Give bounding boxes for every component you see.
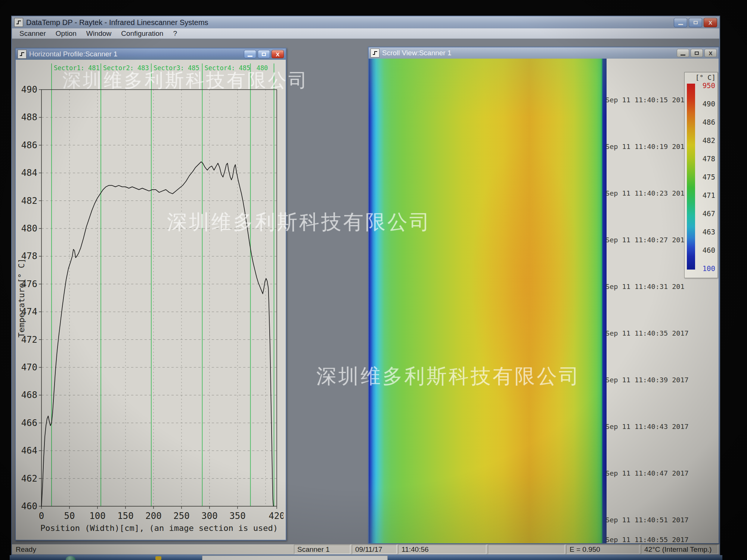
svg-text:482: 482 bbox=[21, 196, 37, 206]
svg-text:466: 466 bbox=[21, 418, 37, 428]
restore-button[interactable] bbox=[689, 18, 702, 27]
menu-item-configuration[interactable]: Configuration bbox=[117, 28, 168, 39]
svg-text:200: 200 bbox=[145, 511, 161, 521]
menu-item-help[interactable]: ? bbox=[168, 28, 182, 39]
status-scanner: Scanner 1 bbox=[294, 545, 350, 554]
svg-text:462: 462 bbox=[21, 473, 37, 484]
scrollview-content: Sep 11 11:40:15 201Sep 11 11:40:19 201Se… bbox=[369, 59, 719, 543]
timestamp-item: Sep 11 11:40:31 201 bbox=[605, 283, 685, 290]
main-window-title: DataTemp DP - Raytek - Infrared Linescan… bbox=[26, 18, 674, 27]
windows-taskbar[interactable] bbox=[10, 555, 722, 560]
timestamp-item: Sep 11 11:40:51 2017 bbox=[605, 516, 689, 524]
scrollview-window-icon bbox=[371, 49, 379, 57]
temperature-scale-panel: [° C] 950490486482478475471467463460100 bbox=[684, 72, 718, 278]
restore-icon bbox=[695, 52, 699, 55]
restore-icon bbox=[694, 21, 698, 24]
scale-tick-label: 486 bbox=[703, 118, 715, 126]
svg-text:50: 50 bbox=[64, 511, 75, 521]
svg-text:486: 486 bbox=[21, 140, 37, 150]
scrollview-minimize-button[interactable] bbox=[677, 49, 689, 57]
scrollview-close-button[interactable]: X bbox=[704, 49, 717, 57]
timestamp-item: Sep 11 11:40:15 201 bbox=[605, 96, 685, 104]
status-bar: Ready Scanner 1 09/11/17 11:40:56 E = 0.… bbox=[12, 544, 719, 554]
app-icon bbox=[14, 18, 23, 27]
scale-tick-label: 490 bbox=[703, 100, 715, 108]
thermal-linescan-image bbox=[369, 59, 607, 543]
svg-text:300: 300 bbox=[201, 511, 217, 521]
status-date: 09/11/17 bbox=[352, 545, 397, 554]
scale-labels: 950490486482478475471467463460100 bbox=[697, 81, 715, 273]
watermark-text: 深圳维多利斯科技有限公司 bbox=[316, 363, 581, 390]
scale-tick-label: 460 bbox=[703, 246, 715, 254]
minimize-icon bbox=[248, 56, 252, 57]
profile-minimize-button[interactable] bbox=[244, 50, 256, 58]
close-button[interactable]: X bbox=[704, 18, 717, 27]
scale-tick-label: 463 bbox=[703, 228, 715, 236]
start-button-icon[interactable] bbox=[66, 556, 75, 560]
minimize-icon bbox=[681, 55, 685, 56]
scale-tick-label: 471 bbox=[703, 191, 715, 199]
status-ready: Ready bbox=[13, 545, 292, 554]
minimize-button[interactable] bbox=[674, 18, 687, 27]
timestamp-item: Sep 11 11:40:19 201 bbox=[605, 143, 685, 150]
close-icon: X bbox=[709, 50, 712, 56]
scale-tick-label: 478 bbox=[703, 155, 715, 163]
profile-titlebar: Horizontal Profile:Scanner 1 X bbox=[16, 49, 286, 60]
menu-item-window[interactable]: Window bbox=[82, 28, 116, 39]
horizontal-profile-window: Horizontal Profile:Scanner 1 X Sector1: … bbox=[15, 48, 286, 541]
datatemp-main-window: DataTemp DP - Raytek - Infrared Linescan… bbox=[11, 16, 720, 555]
scale-unit-label: [° C] bbox=[695, 74, 716, 81]
scroll-view-window: Scroll View:Scanner 1 X Sep 11 11:40:15 … bbox=[368, 47, 719, 544]
status-time: 11:40:56 bbox=[398, 545, 486, 554]
status-empty-cell bbox=[488, 545, 565, 554]
profile-window-title: Horizontal Profile:Scanner 1 bbox=[29, 50, 244, 58]
svg-text:350: 350 bbox=[229, 511, 245, 521]
close-icon: X bbox=[709, 20, 712, 25]
svg-text:488: 488 bbox=[21, 112, 37, 122]
menu-bar: ScannerOptionWindowConfiguration? bbox=[12, 28, 719, 39]
svg-text:468: 468 bbox=[21, 390, 37, 400]
menu-item-option[interactable]: Option bbox=[51, 28, 81, 39]
mdi-client-area: Horizontal Profile:Scanner 1 X Sector1: … bbox=[12, 39, 719, 544]
watermark-text: 深圳维多利斯科技有限公司 bbox=[62, 68, 309, 93]
svg-text:150: 150 bbox=[117, 511, 133, 521]
timestamp-item: Sep 11 11:40:55 2017 bbox=[605, 536, 689, 543]
profile-chart-area: Sector1: 481Sector2: 483Sector3: 485Sect… bbox=[16, 60, 286, 540]
temperature-profile-chart: Sector1: 481Sector2: 483Sector3: 485Sect… bbox=[18, 60, 283, 539]
menu-item-scanner[interactable]: Scanner bbox=[15, 28, 50, 39]
svg-text:420: 420 bbox=[269, 511, 283, 521]
taskbar-window-button[interactable] bbox=[202, 556, 388, 560]
svg-text:Temperature[° C]: Temperature[° C] bbox=[18, 258, 26, 337]
timestamp-item: Sep 11 11:40:23 201 bbox=[605, 189, 685, 197]
timestamp-item: Sep 11 11:40:27 201 bbox=[605, 236, 685, 244]
scrollview-titlebar: Scroll View:Scanner 1 X bbox=[369, 47, 719, 59]
minimize-icon bbox=[678, 24, 683, 25]
close-icon: X bbox=[276, 52, 279, 57]
color-scale-bar bbox=[687, 84, 695, 270]
timestamp-item: Sep 11 11:40:39 2017 bbox=[605, 376, 689, 384]
svg-text:460: 460 bbox=[21, 501, 37, 511]
status-emissivity: E = 0.950 bbox=[566, 545, 639, 554]
scale-tick-label: 467 bbox=[703, 209, 715, 218]
timestamp-item: Sep 11 11:40:47 2017 bbox=[605, 469, 689, 477]
timestamp-item: Sep 11 11:40:43 2017 bbox=[605, 423, 689, 430]
main-titlebar: DataTemp DP - Raytek - Infrared Linescan… bbox=[12, 16, 719, 28]
scale-tick-label: 950 bbox=[703, 81, 715, 90]
svg-text:490: 490 bbox=[21, 84, 37, 95]
svg-text:470: 470 bbox=[21, 362, 37, 373]
scrollview-window-title: Scroll View:Scanner 1 bbox=[382, 49, 677, 57]
status-internal-temp: 42°C (Internal Temp.) bbox=[641, 545, 718, 554]
scrollview-restore-button[interactable] bbox=[691, 49, 703, 57]
scale-tick-label: 100 bbox=[703, 264, 715, 273]
svg-text:480: 480 bbox=[21, 223, 37, 234]
svg-text:464: 464 bbox=[21, 445, 37, 456]
timestamp-item: Sep 11 11:40:35 2017 bbox=[605, 329, 689, 337]
svg-text:100: 100 bbox=[89, 511, 105, 521]
taskbar-app-icon[interactable] bbox=[155, 556, 161, 560]
watermark-text: 深圳维多利斯科技有限公司 bbox=[167, 209, 431, 236]
profile-close-button[interactable]: X bbox=[272, 50, 284, 58]
profile-window-icon bbox=[18, 50, 27, 59]
scale-tick-label: 475 bbox=[703, 173, 715, 181]
svg-text:250: 250 bbox=[173, 511, 189, 521]
profile-restore-button[interactable] bbox=[258, 50, 270, 58]
